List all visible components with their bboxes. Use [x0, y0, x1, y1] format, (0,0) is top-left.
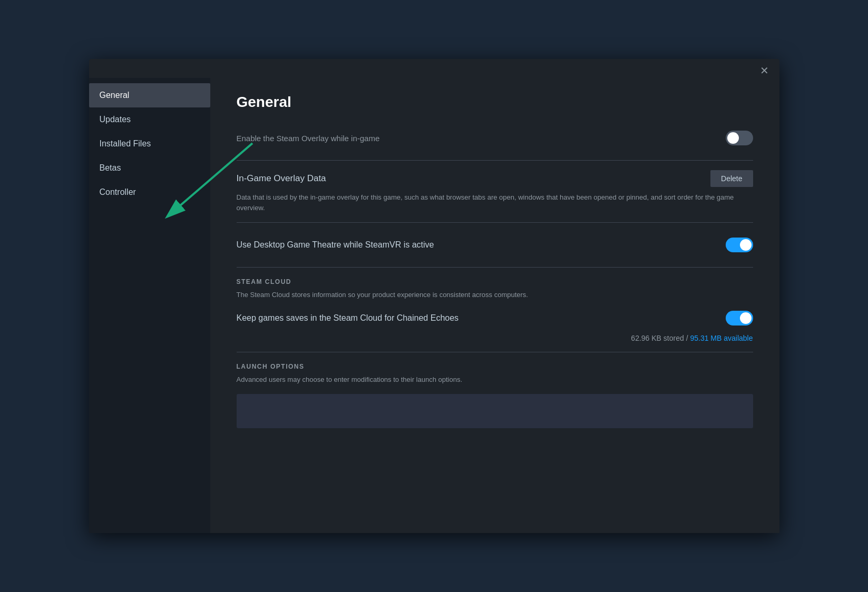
- keep-saves-row: Keep games saves in the Steam Cloud for …: [237, 305, 753, 331]
- divider-3: [237, 267, 753, 268]
- title-bar: ✕: [89, 59, 779, 78]
- ingame-section-header: In-Game Overlay Data Delete: [237, 170, 753, 187]
- launch-options-input[interactable]: [237, 394, 753, 428]
- overlay-toggle-label: Enable the Steam Overlay while in-game: [237, 134, 380, 143]
- keep-saves-label: Keep games saves in the Steam Cloud for …: [237, 313, 459, 323]
- sidebar-item-controller[interactable]: Controller: [89, 180, 210, 204]
- settings-dialog: ✕ General Updates Installed Files Betas …: [89, 59, 779, 533]
- launch-options-label: LAUNCH OPTIONS: [237, 363, 753, 370]
- ingame-section-desc: Data that is used by the in-game overlay…: [237, 192, 753, 213]
- divider-1: [237, 160, 753, 161]
- desktop-theatre-toggle[interactable]: [726, 238, 753, 252]
- steam-cloud-label: STEAM CLOUD: [237, 278, 753, 285]
- ingame-section-title: In-Game Overlay Data: [237, 173, 326, 184]
- sidebar-item-installed-files[interactable]: Installed Files: [89, 132, 210, 156]
- delete-button[interactable]: Delete: [710, 170, 753, 187]
- steam-cloud-desc: The Steam Cloud stores information so yo…: [237, 290, 753, 300]
- main-content: General Enable the Steam Overlay while i…: [210, 78, 779, 533]
- sidebar-item-updates[interactable]: Updates: [89, 107, 210, 132]
- sidebar-item-general[interactable]: General: [89, 83, 210, 107]
- divider-2: [237, 222, 753, 223]
- overlay-toggle[interactable]: [726, 131, 753, 145]
- divider-4: [237, 352, 753, 352]
- keep-saves-toggle[interactable]: [726, 311, 753, 325]
- overlay-toggle-row: Enable the Steam Overlay while in-game: [237, 125, 753, 151]
- desktop-theatre-row: Use Desktop Game Theatre while SteamVR i…: [237, 232, 753, 258]
- sidebar: General Updates Installed Files Betas Co…: [89, 78, 210, 533]
- desktop-theatre-label: Use Desktop Game Theatre while SteamVR i…: [237, 240, 434, 250]
- storage-info: 62.96 KB stored / 95.31 MB available: [237, 334, 753, 342]
- page-title: General: [237, 94, 753, 111]
- sidebar-item-betas[interactable]: Betas: [89, 156, 210, 180]
- close-button[interactable]: ✕: [756, 63, 773, 78]
- dialog-body: General Updates Installed Files Betas Co…: [89, 78, 779, 533]
- storage-stored: 62.96 KB stored /: [631, 334, 688, 342]
- storage-available: 95.31 MB available: [690, 334, 753, 342]
- launch-options-desc: Advanced users may choose to enter modif…: [237, 374, 753, 385]
